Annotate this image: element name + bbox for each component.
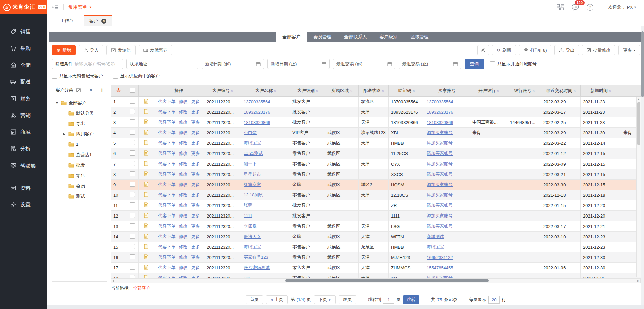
edit-link[interactable]: 修改	[179, 140, 188, 145]
order-for-customer-link[interactable]: 代客下单	[158, 151, 176, 156]
column-header-3[interactable]: 客户级别↑↓	[290, 85, 325, 97]
select-all-checkbox[interactable]	[130, 88, 135, 93]
customer-name-link[interactable]: 测一下	[244, 161, 257, 166]
order-for-customer-link[interactable]: 代客下单	[158, 265, 176, 270]
more-link[interactable]: 更多	[191, 99, 200, 104]
customer-name-link[interactable]: 买家账号123	[244, 255, 268, 260]
document-icon[interactable]	[144, 140, 148, 145]
collapse-sidebar-icon[interactable]	[52, 5, 59, 10]
user-menu[interactable]: 欢迎您， PX ▼	[608, 4, 637, 10]
tree-node-4[interactable]: 1	[52, 139, 107, 149]
tree-node-5[interactable]: 直营店1	[52, 149, 107, 160]
import-button[interactable]: 导入	[79, 45, 103, 55]
document-icon[interactable]	[144, 254, 148, 259]
scroll-up-icon[interactable]: ▲	[637, 97, 641, 101]
help-icon[interactable]: ?	[587, 4, 593, 11]
buyer-account-link[interactable]: 添加买家账号	[427, 203, 453, 208]
sidebar-item-sales[interactable]: 销售	[0, 23, 47, 40]
export-button[interactable]: 导出	[554, 45, 579, 55]
edit-link[interactable]: 修改	[179, 275, 188, 278]
next-page-button[interactable]: 下页▶	[314, 295, 336, 304]
tree-node-1[interactable]: 默认分类	[52, 108, 107, 118]
tab-workbench[interactable]: 工作台	[52, 15, 82, 26]
buyer-account-link[interactable]: 添加买家账号	[427, 140, 453, 145]
sort-icon[interactable]: ↑↓	[274, 89, 276, 93]
shop-account-checkbox[interactable]: 只显示开通商城账号	[490, 61, 537, 67]
row-checkbox[interactable]	[130, 182, 135, 187]
send-coupon-button[interactable]: 发优惠券	[139, 45, 172, 55]
more-link[interactable]: 更多	[191, 275, 200, 278]
send-sms-button[interactable]: 发短信	[106, 45, 136, 55]
checkbox[interactable]	[113, 74, 118, 79]
row-checkbox[interactable]	[130, 99, 135, 104]
sort-icon[interactable]: ↑↓	[316, 89, 318, 93]
edit-link[interactable]: 修改	[179, 151, 188, 156]
customer-name-link[interactable]: 小白鹭	[244, 130, 257, 135]
buyer-account-link[interactable]: 添加买家账号	[427, 161, 453, 166]
document-icon[interactable]	[144, 171, 148, 176]
buyer-account-link[interactable]: 18103320866	[427, 120, 453, 125]
order-for-customer-link[interactable]: 代客下单	[158, 234, 176, 239]
module-tab-4[interactable]: 区域管理	[404, 32, 435, 42]
customer-name-link[interactable]: 海绵宝宝	[244, 140, 261, 145]
last-trade-to-input[interactable]: 最近交易 (止)	[399, 59, 461, 69]
buyer-account-link[interactable]: 添加买家账号	[427, 151, 453, 156]
more-link[interactable]: 更多	[191, 130, 200, 135]
jump-page-input[interactable]	[383, 296, 394, 304]
message-icon[interactable]: 120	[571, 4, 579, 11]
module-tab-0[interactable]: 全部客户	[276, 32, 307, 42]
more-link[interactable]: 更多	[191, 182, 200, 187]
customer-name-link[interactable]: 1111	[244, 213, 252, 219]
table-settings-button[interactable]	[477, 45, 489, 55]
order-for-customer-link[interactable]: 代客下单	[158, 244, 176, 249]
document-icon[interactable]	[144, 234, 148, 239]
sort-icon[interactable]: ↑↓	[532, 89, 534, 93]
sidebar-item-marketing[interactable]: 营销	[0, 107, 47, 124]
module-tab-2[interactable]: 全部联系人	[338, 32, 373, 42]
sidebar-item-delivery[interactable]: 配送	[0, 73, 47, 90]
document-icon[interactable]	[144, 223, 148, 228]
row-checkbox[interactable]	[130, 202, 135, 207]
order-for-customer-link[interactable]: 代客下单	[158, 275, 176, 278]
edit-link[interactable]: 修改	[179, 255, 188, 260]
column-header-5[interactable]: 配送线路↑↓	[359, 85, 389, 97]
checkbox[interactable]	[490, 61, 495, 66]
row-checkbox[interactable]	[130, 161, 135, 166]
chevron-right-icon[interactable]: ▶	[62, 132, 66, 136]
tab-customers[interactable]: 客户 ✕	[84, 15, 112, 26]
edit-link[interactable]: 修改	[179, 130, 188, 135]
vertical-scrollbar[interactable]: ▲	[636, 97, 641, 277]
row-checkbox[interactable]	[130, 192, 135, 197]
refresh-button[interactable]: ↻刷新	[492, 45, 516, 55]
date-added-to-input[interactable]: 新增日期 (止)	[267, 59, 330, 69]
tree-node-6[interactable]: 批发	[52, 160, 107, 170]
order-for-customer-link[interactable]: 代客下单	[158, 161, 176, 166]
tree-node-7[interactable]: 零售	[52, 170, 107, 181]
row-checkbox[interactable]	[130, 119, 135, 124]
jump-button[interactable]: 跳转	[403, 295, 419, 304]
scrollbar-thumb[interactable]	[285, 279, 489, 282]
row-checkbox[interactable]	[130, 244, 135, 249]
row-checkbox[interactable]	[130, 213, 135, 218]
edit-icon[interactable]	[76, 88, 81, 92]
path-link[interactable]: 全部客户	[133, 286, 150, 291]
buyer-account-link[interactable]: 添加买家账号	[427, 130, 453, 135]
more-link[interactable]: 更多	[191, 151, 200, 156]
date-added-from-input[interactable]: 新增日期 (起)	[202, 59, 264, 69]
buyer-account-link[interactable]: 添加买家账号	[427, 182, 453, 187]
more-link[interactable]: 更多	[191, 140, 200, 145]
supplier-customer-checkbox[interactable]: 显示供应商中的客户	[113, 73, 160, 79]
address-filter-input[interactable]	[126, 59, 198, 69]
sidebar-item-finance[interactable]: 财务	[0, 90, 47, 107]
sidebar-item-data[interactable]: 资料	[0, 180, 47, 196]
scrollbar-thumb[interactable]	[637, 102, 640, 145]
edit-link[interactable]: 修改	[179, 213, 188, 218]
document-icon[interactable]	[144, 119, 148, 124]
row-checkbox[interactable]	[130, 130, 135, 135]
document-icon[interactable]	[144, 202, 148, 207]
column-header-8[interactable]: 开户银行↑↓	[470, 85, 507, 97]
last-page-button[interactable]: 尾页	[339, 295, 357, 304]
document-icon[interactable]	[144, 244, 148, 249]
sort-icon[interactable]: ↑↓	[350, 89, 352, 93]
row-checkbox[interactable]	[130, 140, 135, 145]
